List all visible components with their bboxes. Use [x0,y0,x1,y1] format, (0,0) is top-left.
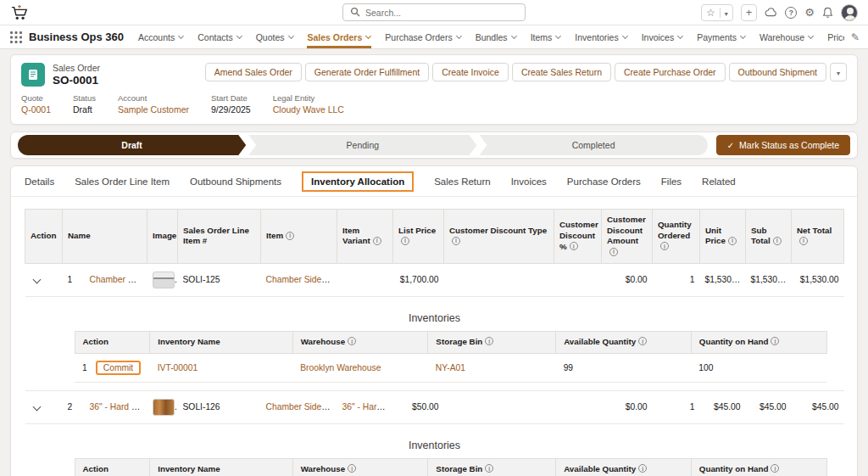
app-nav-bar: Business Ops 360 Accounts Contacts Quote… [0,25,868,49]
info-icon[interactable] [638,464,647,473]
unit-price-cell: $1,530.00 [700,263,746,296]
avatar[interactable] [841,4,858,21]
tab-outbound-shipments[interactable]: Outbound Shipments [190,172,281,191]
nav-item-price-lists[interactable]: Price Lists [826,25,844,48]
nav-item-items[interactable]: Items [530,25,562,48]
commit-link[interactable]: Commit [103,363,133,372]
nav-item-sales-orders[interactable]: Sales Orders [307,25,372,48]
column-available-quantity: Available Quantity [556,331,692,353]
field-legal-entity: Legal Entity Cloudy Wave LLC [273,93,344,115]
info-icon[interactable] [373,237,381,245]
search-input[interactable] [365,8,518,18]
more-actions-dropdown-button[interactable] [830,63,847,81]
nav-item-invoices[interactable]: Invoices [641,25,684,48]
nav-item-contacts[interactable]: Contacts [197,25,242,48]
tab-invoices[interactable]: Invoices [511,172,547,191]
inventory-row: 1Commit IVT-00001 Brooklyn Warehouse NY-… [75,353,826,382]
info-icon[interactable] [609,248,618,256]
item-variant-link[interactable]: 36" - Hard Maple [342,402,393,412]
quote-link[interactable]: Q-0001 [21,104,51,115]
tab-files[interactable]: Files [661,172,682,191]
outbound-shipment-button[interactable]: Outbound Shipment [729,63,826,81]
favorites-button[interactable] [701,4,733,21]
info-icon[interactable] [570,242,578,250]
info-icon[interactable] [348,464,356,473]
column-quantity-on-hand: Quantity on Hand [691,331,826,353]
chevron-down-icon [178,32,184,38]
mark-status-complete-button[interactable]: Mark Status as Complete [716,135,850,155]
column-action: Action [25,210,63,264]
tab-details[interactable]: Details [25,172,54,191]
warehouse-link[interactable]: Brooklyn Warehouse [300,363,381,372]
column-item-variant: Item Variant [337,210,393,264]
legal-entity-link[interactable]: Cloudy Wave LLC [273,104,344,115]
info-icon[interactable] [485,464,493,473]
column-action: Action [75,331,150,353]
unit-price-cell: $45.00 [700,390,746,423]
create-purchase-order-button[interactable]: Create Purchase Order [615,63,726,81]
setup-gear-icon[interactable] [804,6,815,19]
info-icon[interactable] [660,242,669,250]
create-invoice-button[interactable]: Create Invoice [432,63,509,81]
amend-sales-order-button[interactable]: Amend Sales Order [205,63,302,81]
tab-purchase-orders[interactable]: Purchase Orders [567,172,641,191]
item-link[interactable]: Chamber Side Table [266,275,337,284]
line-item-name-link[interactable]: 36" - Hard Maple [90,402,147,412]
column-inventory-name: Inventory Name [150,458,293,476]
app-launcher-icon[interactable] [10,31,22,43]
tab-related[interactable]: Related [702,172,736,191]
info-icon[interactable] [771,464,779,473]
nav-item-payments[interactable]: Payments [696,25,746,48]
nav-item-bundles[interactable]: Bundles [475,25,517,48]
column-warehouse: Warehouse [292,331,428,353]
edit-nav-pencil-icon[interactable] [851,31,860,43]
record-detail-card: Details Sales Order Line Item Outbound S… [10,165,858,476]
chevron-down-icon [725,8,728,18]
info-icon[interactable] [401,237,409,245]
create-sales-return-button[interactable]: Create Sales Return [512,63,611,81]
storage-bin-link[interactable]: NY-A01 [436,363,465,372]
plus-icon [746,7,753,18]
account-link[interactable]: Sample Customer [118,104,189,115]
nav-item-purchase-orders[interactable]: Purchase Orders [384,25,461,48]
info-icon[interactable] [286,232,294,240]
tab-sales-return[interactable]: Sales Return [434,172,490,191]
info-icon[interactable] [485,337,493,345]
learning-icon[interactable] [765,8,777,17]
chevron-down-icon [287,32,293,38]
line-item-name-link[interactable]: Chamber Side Table [90,275,147,284]
inventory-name-link[interactable]: IVT-00001 [158,363,198,372]
item-link[interactable]: Chamber Side Table [266,402,337,412]
table-row: 236" - Hard Maple SOLI-126 Chamber Side … [25,390,844,423]
nav-item-accounts[interactable]: Accounts [137,25,184,48]
nav-item-quotes[interactable]: Quotes [255,25,294,48]
info-icon[interactable] [638,337,647,345]
info-icon[interactable] [348,337,356,345]
column-unit-price: Unit Price [700,210,746,264]
chevron-down-icon [622,32,628,38]
expand-row-chevron[interactable] [32,403,41,412]
nav-item-inventories[interactable]: Inventories [574,25,627,48]
global-actions-button[interactable] [741,4,758,21]
info-icon[interactable] [771,337,779,345]
info-icon[interactable] [728,237,737,245]
notifications-bell-icon[interactable] [822,7,833,19]
info-icon[interactable] [452,237,460,245]
path-stage-draft[interactable]: Draft [18,135,246,155]
generate-order-fulfillment-button[interactable]: Generate Order Fulfillment [305,63,429,81]
path-stage-completed[interactable]: Completed [479,135,707,155]
path-stage-pending[interactable]: Pending [248,135,476,155]
info-icon[interactable] [773,237,782,245]
help-icon[interactable] [785,7,797,19]
expand-row-chevron[interactable] [32,276,41,284]
column-name: Name [63,210,147,264]
info-icon[interactable] [799,237,808,245]
nav-item-warehouse[interactable]: Warehouse [759,25,814,48]
quantity-on-hand-cell: 100 [691,353,826,382]
record-highlight-fields: Quote Q-0001 Status Draft Account Sample… [11,88,857,124]
tab-sales-order-line-item[interactable]: Sales Order Line Item [75,172,170,191]
global-search[interactable] [342,3,526,21]
inventories-section-row: Inventories Action Invent [25,423,844,476]
sub-total-cell: $1,530.00 [746,263,792,296]
tab-inventory-allocation[interactable]: Inventory Allocation [302,171,414,192]
